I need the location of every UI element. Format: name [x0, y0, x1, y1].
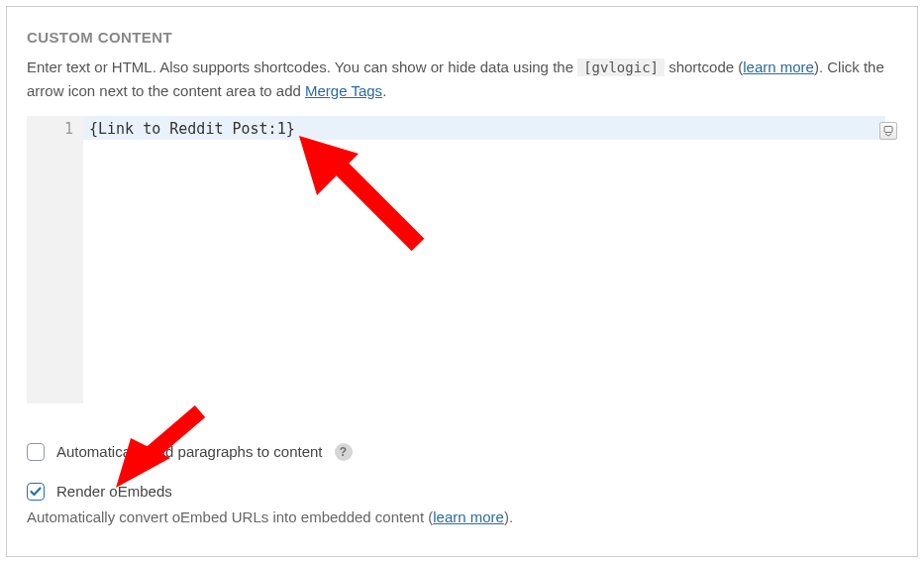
oembed-help-prefix: Automatically convert oEmbed URLs into e… — [27, 508, 433, 525]
merge-tag-icon — [882, 125, 894, 137]
shortcode-code: [gvlogic] — [577, 58, 665, 76]
section-title: Custom Content — [27, 29, 897, 46]
help-icon[interactable]: ? — [335, 443, 353, 461]
render-oembed-option: Render oEmbeds — [27, 483, 897, 501]
line-number: 1 — [31, 120, 73, 138]
oembed-learn-more-link[interactable]: learn more — [433, 508, 504, 525]
custom-content-panel: Custom Content Enter text or HTML. Also … — [6, 6, 918, 557]
learn-more-link[interactable]: learn more — [743, 58, 814, 75]
section-description: Enter text or HTML. Also supports shortc… — [27, 56, 897, 102]
merge-tags-link[interactable]: Merge Tags — [305, 82, 382, 99]
desc-text-1: Enter text or HTML. Also supports shortc… — [27, 58, 577, 75]
code-editor[interactable]: 1 {Link to Reddit Post:1} — [27, 116, 897, 403]
check-icon — [29, 485, 43, 499]
desc-text-2: shortcode ( — [668, 58, 743, 75]
editor-content-area[interactable]: {Link to Reddit Post:1} — [83, 116, 885, 403]
auto-paragraph-checkbox[interactable] — [27, 443, 45, 461]
editor-line-1[interactable]: {Link to Reddit Post:1} — [83, 116, 885, 140]
desc-text-4: . — [382, 82, 386, 99]
oembed-help-suffix: ). — [504, 508, 513, 525]
auto-paragraph-label: Automatically add paragraphs to content — [56, 443, 323, 460]
svg-rect-0 — [884, 127, 892, 133]
oembed-helper-text: Automatically convert oEmbed URLs into e… — [27, 508, 897, 525]
render-oembed-checkbox[interactable] — [27, 483, 45, 501]
editor-gutter: 1 — [27, 116, 83, 403]
render-oembed-label: Render oEmbeds — [56, 483, 172, 500]
merge-tag-dropdown-button[interactable] — [879, 122, 897, 140]
auto-paragraph-option: Automatically add paragraphs to content … — [27, 443, 897, 461]
